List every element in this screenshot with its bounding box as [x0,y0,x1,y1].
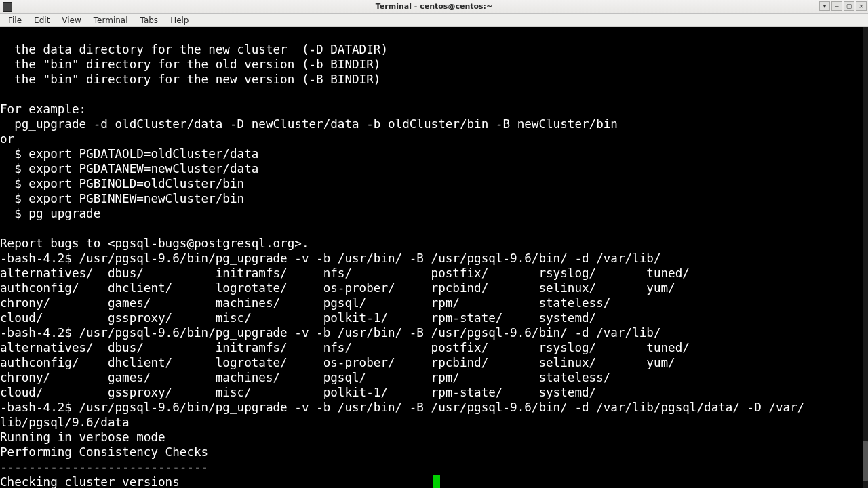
terminal-line: $ export PGDATAOLD=oldCluster/data [0,147,258,161]
terminal-app-icon [3,2,12,12]
terminal-content: the data directory for the new cluster (… [0,42,868,488]
terminal-line: Report bugs to <pgsql-bugs@postgresql.or… [0,237,309,250]
terminal-line: -bash-4.2$ /usr/pgsql-9.6/bin/pg_upgrade… [0,326,661,340]
menu-tabs[interactable]: Tabs [135,14,164,26]
terminal-line: or [0,132,14,146]
terminal-line: cloud/ gssproxy/ misc/ polkit-1/ rpm-sta… [0,386,596,399]
terminal-line: the "bin" directory for the new version … [0,73,380,86]
terminal-line: chrony/ games/ machines/ pgsql/ rpm/ sta… [0,371,610,384]
window-shade-button[interactable]: ▾ [819,1,830,11]
window-minimize-button[interactable]: ‒ [831,1,842,11]
terminal-line: ----------------------------- [0,460,208,474]
terminal-scrollbar[interactable] [863,27,868,488]
terminal-line: authconfig/ dhclient/ logrotate/ os-prob… [0,281,675,295]
terminal-viewport[interactable]: the data directory for the new cluster (… [0,27,868,488]
window-maximize-button[interactable]: ▢ [844,1,854,11]
terminal-line: the "bin" directory for the old version … [0,58,380,71]
window-controls: ▾ ‒ ▢ × [819,1,867,11]
terminal-line: pg_upgrade -d oldCluster/data -D newClus… [0,117,618,131]
terminal-line: the data directory for the new cluster (… [0,43,388,56]
window-titlebar: Terminal - centos@centos:~ ▾ ‒ ▢ × [0,0,868,14]
window-close-button[interactable]: × [856,1,867,11]
terminal-line: authconfig/ dhclient/ logrotate/ os-prob… [0,356,675,369]
terminal-line: $ pg_upgrade [0,207,100,220]
menu-help[interactable]: Help [165,14,194,26]
terminal-line: For example: [0,102,86,116]
terminal-line: alternatives/ dbus/ initramfs/ nfs/ post… [0,341,690,354]
menu-edit[interactable]: Edit [28,14,55,26]
menu-view[interactable]: View [56,14,86,26]
terminal-scrollbar-thumb[interactable] [863,441,868,481]
terminal-line: $ export PGDATANEW=newCluster/data [0,162,258,176]
terminal-line: -bash-4.2$ /usr/pgsql-9.6/bin/pg_upgrade… [0,401,804,414]
terminal-line: Checking cluster versions [0,475,431,488]
terminal-cursor [433,475,440,488]
menu-file[interactable]: File [3,14,27,26]
terminal-line: Running in verbose mode [0,430,165,444]
menubar: File Edit View Terminal Tabs Help [0,14,868,27]
terminal-line: cloud/ gssproxy/ misc/ polkit-1/ rpm-sta… [0,311,596,325]
terminal-line: lib/pgsql/9.6/data [0,415,130,429]
window-title: Terminal - centos@centos:~ [0,2,868,11]
terminal-line: alternatives/ dbus/ initramfs/ nfs/ post… [0,266,690,280]
terminal-line: $ export PGBINOLD=oldCluster/bin [0,177,244,190]
terminal-line: -bash-4.2$ /usr/pgsql-9.6/bin/pg_upgrade… [0,251,661,265]
terminal-line: Performing Consistency Checks [0,445,208,459]
menu-terminal[interactable]: Terminal [88,14,134,26]
terminal-line: chrony/ games/ machines/ pgsql/ rpm/ sta… [0,296,610,310]
terminal-line: $ export PGBINNEW=newCluster/bin [0,192,244,205]
